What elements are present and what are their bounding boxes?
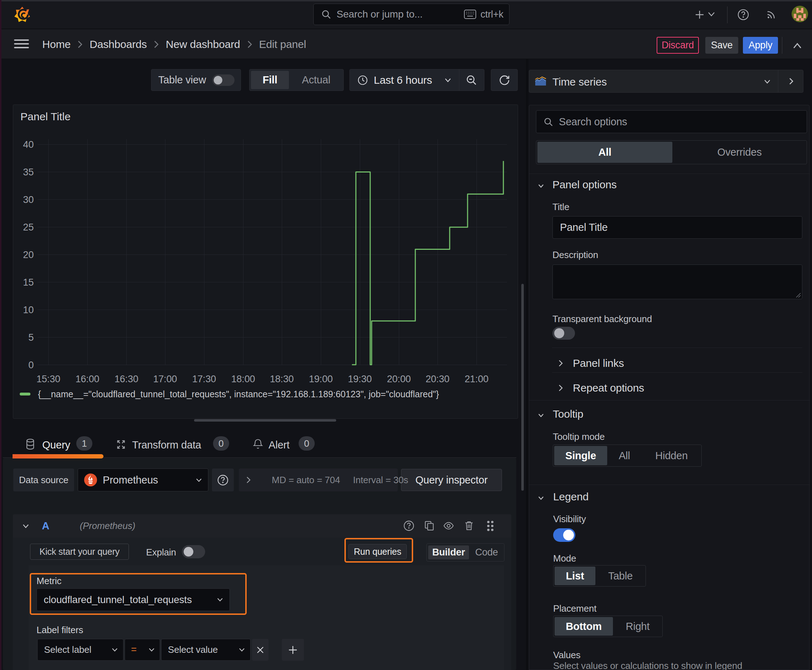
svg-text:20:30: 20:30 bbox=[425, 374, 450, 384]
svg-text:19:30: 19:30 bbox=[348, 374, 372, 384]
svg-text:17:00: 17:00 bbox=[153, 374, 177, 384]
svg-text:10: 10 bbox=[23, 305, 34, 315]
svg-text:15: 15 bbox=[23, 277, 34, 288]
svg-text:18:00: 18:00 bbox=[231, 374, 255, 384]
svg-text:35: 35 bbox=[23, 167, 34, 178]
svg-text:5: 5 bbox=[28, 332, 34, 343]
svg-text:40: 40 bbox=[23, 139, 34, 150]
svg-text:19:00: 19:00 bbox=[309, 374, 333, 384]
svg-text:0: 0 bbox=[28, 360, 34, 371]
svg-text:15:30: 15:30 bbox=[37, 374, 61, 384]
svg-text:21:00: 21:00 bbox=[465, 374, 489, 384]
svg-text:30: 30 bbox=[23, 195, 34, 205]
svg-text:25: 25 bbox=[23, 222, 34, 233]
svg-text:18:30: 18:30 bbox=[270, 374, 294, 384]
svg-text:16:00: 16:00 bbox=[76, 374, 100, 384]
svg-text:17:30: 17:30 bbox=[192, 374, 216, 384]
svg-text:20: 20 bbox=[23, 249, 34, 260]
svg-text:20:00: 20:00 bbox=[387, 374, 411, 384]
svg-text:16:30: 16:30 bbox=[115, 374, 139, 384]
